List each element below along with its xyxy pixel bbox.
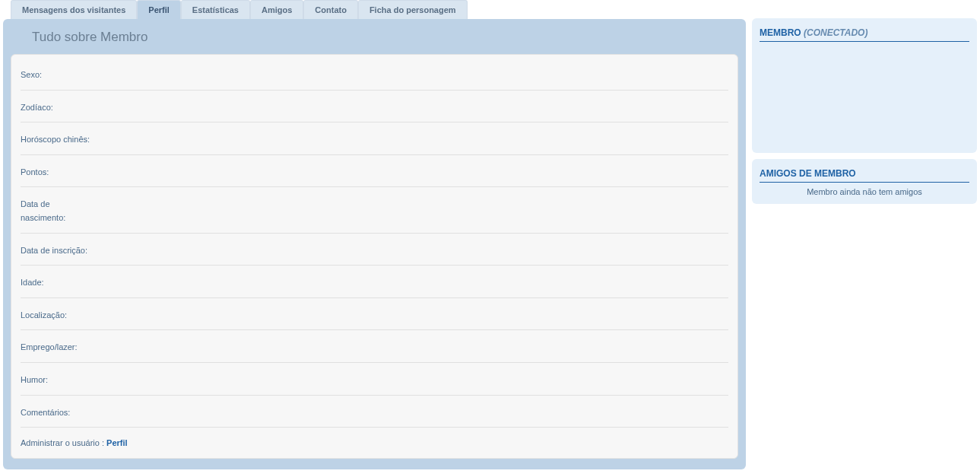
member-module-body [760,46,969,145]
label-emprego: Emprego/lazer: [21,341,78,355]
member-module: MEMBRO (CONECTADO) [752,18,977,153]
field-inscricao: Data de inscrição: [21,234,728,266]
profile-sheet: Sexo: Zodíaco: Horóscopo chinês: Pontos:… [11,54,738,459]
field-humor: Humor: [21,363,728,396]
field-localizacao: Localização: [21,298,728,331]
label-sexo: Sexo: [21,68,42,82]
tab-contact[interactable]: Contato [303,0,358,19]
admin-prefix: Administrar o usuário : [21,438,106,447]
tab-profile[interactable]: Perfil [137,0,181,19]
field-comentarios: Comentários: [21,396,728,428]
friends-module: AMIGOS DE MEMBRO Membro ainda não tem am… [752,159,977,204]
field-horoscopo-chines: Horóscopo chinês: [21,122,728,155]
tab-character-sheet[interactable]: Ficha do personagem [358,0,468,19]
field-pontos: Pontos: [21,155,728,188]
field-sexo: Sexo: [21,58,728,91]
friends-module-header: AMIGOS DE MEMBRO [760,168,969,183]
profile-tabs: Mensagens dos visitantes Perfil Estatíst… [3,0,746,19]
label-comentarios: Comentários: [21,406,70,420]
label-nascimento: Data de nascimento: [21,198,97,224]
label-pontos: Pontos: [21,166,49,180]
tab-friends[interactable]: Amigos [250,0,303,19]
admin-profile-link[interactable]: Perfil [106,438,128,447]
tab-stats[interactable]: Estatísticas [181,0,250,19]
member-status: (CONECTADO) [804,27,867,38]
member-title: MEMBRO [760,27,804,38]
label-idade: Idade: [21,276,44,290]
field-idade: Idade: [21,266,728,298]
label-zodiaco: Zodíaco: [21,101,53,115]
label-humor: Humor: [21,374,48,387]
label-inscricao: Data de inscrição: [21,244,87,258]
tab-messages[interactable]: Mensagens dos visitantes [11,0,137,19]
field-emprego: Emprego/lazer: [21,330,728,363]
field-nascimento: Data de nascimento: [21,187,728,233]
friends-empty-message: Membro ainda não tem amigos [760,187,969,196]
admin-line: Administrar o usuário : Perfil [21,428,728,447]
panel-title: Tudo sobre Membro [32,30,738,45]
profile-panel: Tudo sobre Membro Sexo: Zodíaco: Horósco… [3,19,746,469]
label-localizacao: Localização: [21,309,67,323]
label-horoscopo-chines: Horóscopo chinês: [21,133,90,147]
friends-title: AMIGOS DE MEMBRO [760,168,856,179]
member-module-header: MEMBRO (CONECTADO) [760,27,969,42]
field-zodiaco: Zodíaco: [21,91,728,123]
